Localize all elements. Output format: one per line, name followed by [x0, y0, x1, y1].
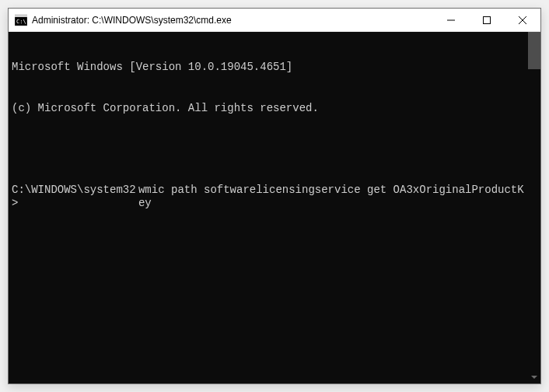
svg-rect-1: [15, 15, 27, 17]
scrollbar-thumb[interactable]: [528, 32, 540, 69]
scrollbar-down-arrow-icon[interactable]: [528, 371, 540, 383]
cmd-window: C:\ Administrator: C:\WINDOWS\system32\c…: [8, 8, 541, 384]
terminal-area: Microsoft Windows [Version 10.0.19045.46…: [9, 32, 540, 383]
svg-marker-7: [531, 376, 537, 379]
titlebar[interactable]: C:\ Administrator: C:\WINDOWS\system32\c…: [9, 9, 540, 32]
window-title: Administrator: C:\WINDOWS\system32\cmd.e…: [32, 15, 433, 26]
terminal-prompt-line: C:\WINDOWS\system32>wmic path softwareli…: [12, 184, 525, 211]
terminal-output-line: Microsoft Windows [Version 10.0.19045.46…: [12, 61, 525, 75]
window-controls: [433, 9, 540, 31]
svg-text:C:\: C:\: [16, 19, 26, 25]
cmd-icon: C:\: [15, 14, 27, 26]
terminal-prompt: C:\WINDOWS\system32>: [12, 184, 138, 211]
maximize-button[interactable]: [469, 9, 505, 31]
minimize-button[interactable]: [433, 9, 469, 31]
terminal-content[interactable]: Microsoft Windows [Version 10.0.19045.46…: [9, 32, 528, 383]
terminal-blank-line: [12, 142, 525, 156]
terminal-scrollbar[interactable]: [528, 32, 540, 383]
terminal-output-line: (c) Microsoft Corporation. All rights re…: [12, 102, 525, 116]
close-button[interactable]: [505, 9, 540, 31]
svg-rect-4: [484, 16, 491, 23]
terminal-command: wmic path softwarelicensingservice get O…: [138, 184, 525, 211]
